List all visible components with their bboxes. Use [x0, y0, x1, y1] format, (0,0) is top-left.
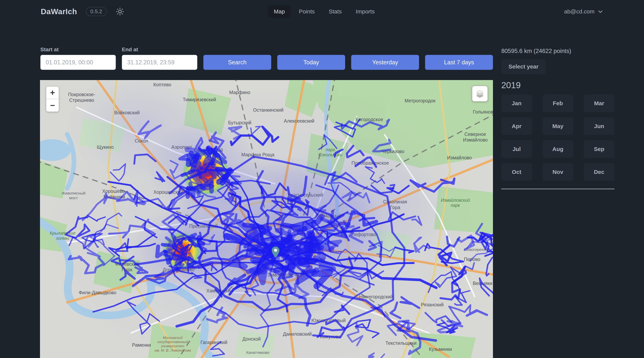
select-year-button[interactable]: Select year [501, 59, 546, 74]
user-menu[interactable]: ab@cd.com [564, 8, 603, 15]
gps-tracks-overlay [40, 80, 493, 358]
month-button-nov[interactable]: Nov [542, 163, 573, 181]
tab-imports[interactable]: Imports [350, 5, 380, 18]
month-button-jul[interactable]: Jul [501, 140, 532, 158]
months-grid: Jan Feb Mar Apr May Jun Jul Aug Sep Oct … [501, 94, 614, 181]
brand: DaWarIch 0.5.2 [41, 7, 124, 16]
navbar: DaWarIch 0.5.2 Map Points Stats Imports … [0, 0, 644, 23]
month-button-jun[interactable]: Jun [584, 117, 614, 135]
month-button-mar[interactable]: Mar [584, 94, 614, 112]
yesterday-button[interactable]: Yesterday [351, 55, 419, 70]
month-button-feb[interactable]: Feb [542, 94, 573, 112]
zoom-in-button[interactable]: + [46, 87, 59, 99]
end-at-label: End at [122, 46, 197, 53]
main-nav: Map Points Stats Imports [268, 0, 380, 23]
month-button-oct[interactable]: Oct [501, 163, 532, 181]
month-button-sep[interactable]: Sep [584, 140, 614, 158]
sidebar-divider [501, 189, 614, 189]
theme-toggle-button[interactable] [116, 7, 124, 16]
month-button-aug[interactable]: Aug [542, 140, 573, 158]
version-badge: 0.5.2 [86, 7, 107, 16]
month-button-dec[interactable]: Dec [584, 163, 614, 181]
map-layers-control[interactable] [472, 86, 488, 102]
tab-points[interactable]: Points [293, 5, 320, 18]
tab-map[interactable]: Map [268, 5, 290, 18]
sidebar: 80595.6 km (24622 points) Select year 20… [501, 48, 614, 189]
zoom-out-button[interactable]: − [46, 99, 59, 112]
start-at-field: Start at [40, 46, 116, 70]
today-button[interactable]: Today [277, 55, 345, 70]
month-button-apr[interactable]: Apr [501, 117, 532, 135]
month-button-jan[interactable]: Jan [501, 94, 532, 112]
chevron-down-icon [598, 9, 603, 14]
map-canvas[interactable]: КоптевоПокровское- СтрешневоТимирязевски… [40, 80, 493, 358]
map-zoom-control: + − [46, 87, 59, 112]
end-at-input[interactable] [122, 55, 197, 70]
start-at-input[interactable] [40, 55, 116, 70]
distance-summary: 80595.6 km (24622 points) [501, 48, 614, 54]
tab-stats[interactable]: Stats [323, 5, 348, 18]
start-at-label: Start at [40, 46, 116, 53]
app-logo: DaWarIch [41, 7, 77, 16]
end-at-field: End at [122, 46, 197, 70]
search-button[interactable]: Search [203, 55, 271, 70]
user-email: ab@cd.com [564, 8, 594, 15]
month-button-may[interactable]: May [542, 117, 573, 135]
sun-icon [116, 7, 124, 16]
filters-bar: Start at End at Search Today Yesterday L… [40, 46, 493, 70]
layers-icon [475, 89, 485, 99]
last-7-days-button[interactable]: Last 7 days [425, 55, 493, 70]
map-marker-pin[interactable] [271, 246, 280, 259]
year-heading: 2019 [501, 80, 614, 90]
